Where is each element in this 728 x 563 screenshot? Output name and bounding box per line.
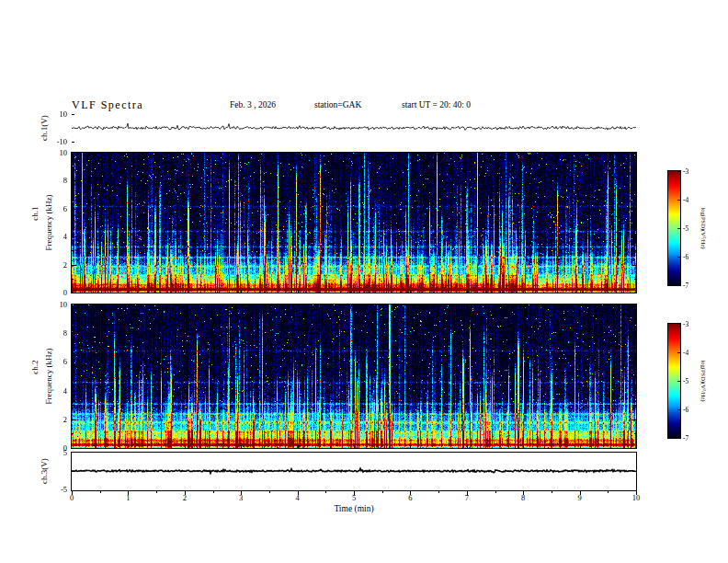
y-tick-label: 6: [63, 204, 67, 213]
tick-mark: [523, 304, 524, 307]
colorbar-tick-label: -5: [683, 224, 688, 233]
tick-mark: [298, 153, 299, 155]
tick-mark: [72, 223, 74, 224]
tick-mark: [677, 285, 680, 286]
tick-mark: [410, 304, 411, 307]
x-tick-label: 10: [632, 493, 641, 502]
tick-mark: [634, 167, 636, 167]
colorbar-tick-label: -6: [683, 406, 688, 414]
tick-mark: [128, 445, 129, 448]
tick-mark: [241, 445, 242, 448]
tick-mark: [523, 153, 524, 155]
tick-mark: [185, 445, 186, 448]
colorbar-tick-label: -7: [683, 282, 688, 290]
tick-mark: [523, 445, 524, 448]
tick-mark: [634, 250, 636, 251]
tick-mark: [634, 376, 636, 377]
colorbar-tick-label: -6: [683, 253, 688, 261]
tick-mark: [128, 304, 129, 307]
tick-mark: [631, 333, 636, 334]
tick-mark: [631, 265, 636, 266]
tick-mark: [72, 348, 74, 349]
ch2-frequency-axis-label: Frequency (kHz): [44, 348, 53, 404]
tick-mark: [467, 290, 468, 293]
tick-mark: [298, 290, 299, 293]
tick-mark: [634, 405, 636, 406]
x-tick-label: 7: [465, 493, 469, 502]
ch3-voltage-axis-label: ch.3(V): [40, 458, 49, 484]
tick-mark: [677, 409, 680, 410]
tick-mark: [523, 290, 524, 293]
tick-mark: [552, 490, 552, 493]
colorbar-tick-label: -3: [683, 320, 688, 328]
tick-mark: [467, 445, 468, 448]
tick-mark: [410, 445, 411, 448]
y-tick-label: 8: [63, 176, 67, 185]
tick-mark: [631, 209, 636, 210]
colorbar-2-label: log(PSD)(V²/Hz): [700, 361, 707, 402]
tick-mark: [72, 114, 74, 115]
tick-mark: [72, 250, 74, 251]
tick-mark: [72, 279, 74, 280]
colorbar-1-label: log(PSD)(V²/Hz): [700, 208, 707, 249]
tick-mark: [631, 180, 636, 181]
colorbar-tick-label: -7: [683, 434, 688, 442]
plot-station: station=GAK: [314, 100, 361, 109]
tick-mark: [72, 333, 76, 334]
ch1-spectrogram-canvas: [72, 153, 636, 293]
tick-mark: [677, 257, 680, 258]
tick-mark: [241, 304, 242, 307]
tick-mark: [298, 304, 299, 307]
tick-mark: [72, 433, 74, 434]
tick-mark: [72, 319, 74, 320]
tick-mark: [325, 490, 326, 493]
x-tick-label: 9: [577, 493, 581, 502]
tick-mark: [634, 433, 636, 434]
tick-mark: [72, 376, 74, 377]
y-tick-label: 8: [63, 328, 67, 338]
tick-mark: [410, 153, 411, 155]
ch1-voltage-axis-label: ch.1(V): [40, 115, 49, 141]
x-tick-label: 8: [521, 493, 525, 502]
tick-mark: [631, 362, 636, 362]
tick-mark: [354, 445, 355, 448]
tick-mark: [241, 153, 242, 155]
tick-mark: [72, 362, 76, 362]
tick-mark: [634, 319, 636, 320]
tick-mark: [269, 490, 270, 493]
tick-mark: [632, 471, 636, 472]
tick-mark: [72, 391, 76, 392]
tick-mark: [72, 209, 76, 210]
ch1-frequency-axis-label: Frequency (kHz): [44, 194, 53, 250]
x-tick-label: 4: [295, 493, 299, 502]
tick-mark: [298, 445, 299, 448]
tick-mark: [467, 153, 468, 155]
y-tick-label: 10: [60, 109, 68, 119]
y-tick-label: 4: [63, 232, 67, 241]
x-tick-label: 6: [408, 493, 412, 502]
ch1-waveform-canvas: [72, 114, 636, 142]
x-tick-label: 2: [183, 493, 187, 502]
colorbar-tick-label: -5: [683, 377, 688, 385]
tick-mark: [128, 290, 129, 293]
tick-mark: [677, 352, 680, 353]
tick-mark: [354, 304, 355, 307]
tick-mark: [382, 490, 383, 493]
tick-mark: [100, 490, 101, 493]
tick-mark: [634, 195, 636, 196]
tick-mark: [467, 304, 468, 307]
x-tick-label: 3: [239, 493, 243, 502]
tick-mark: [580, 290, 581, 293]
tick-mark: [631, 419, 636, 420]
y-tick-label: 2: [63, 415, 67, 424]
x-tick-label: 5: [352, 493, 356, 502]
tick-mark: [185, 290, 186, 293]
tick-mark: [495, 490, 496, 493]
y-tick-label: 2: [63, 260, 67, 270]
tick-mark: [72, 471, 75, 472]
tick-mark: [354, 290, 355, 293]
tick-mark: [634, 223, 636, 224]
x-tick-label: 1: [126, 493, 130, 502]
tick-mark: [241, 290, 242, 293]
y-tick-label: 6: [63, 357, 67, 366]
